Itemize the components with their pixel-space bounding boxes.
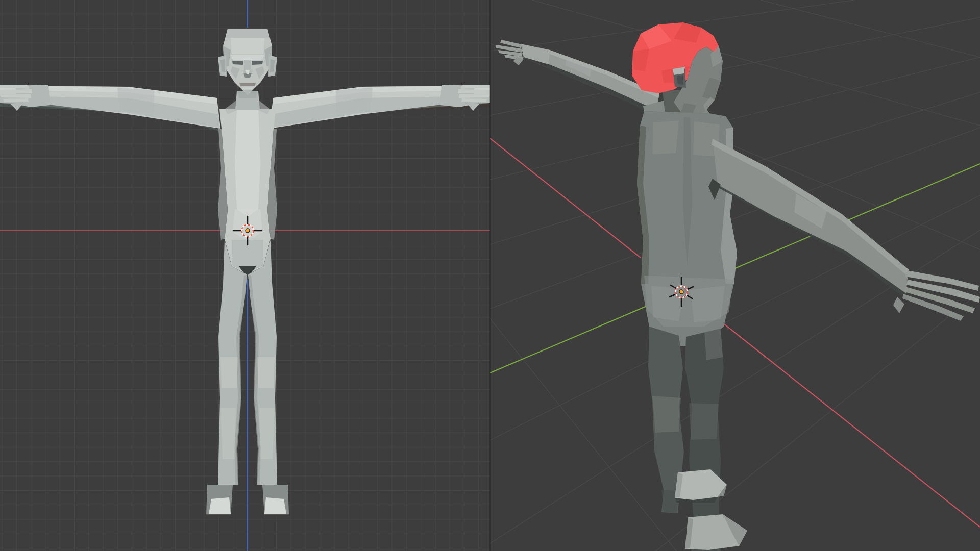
- foot-left-front: [206, 485, 233, 517]
- character-model-front[interactable]: [0, 29, 490, 517]
- viewport-split-container: [0, 0, 980, 551]
- ear-left-front: [218, 55, 227, 77]
- ear-right-front: [268, 55, 277, 77]
- arm-right-back: [708, 139, 909, 298]
- viewport-divider: [489, 0, 491, 551]
- foot-lower-back: [685, 514, 747, 550]
- viewport-front-ortho[interactable]: [0, 0, 490, 551]
- viewport-perspective-back[interactable]: [490, 0, 980, 551]
- leg-left-front: [218, 240, 247, 485]
- ear-back: [673, 67, 686, 88]
- leg-right-front: [248, 240, 277, 485]
- foot-right-front: [262, 485, 289, 517]
- head-front: [223, 29, 272, 95]
- character-model-back[interactable]: [496, 22, 980, 551]
